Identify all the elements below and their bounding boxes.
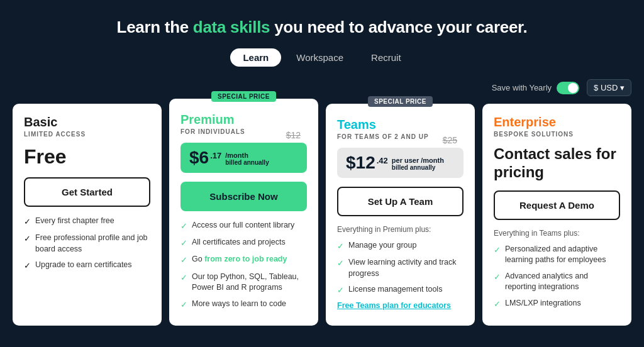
tab-recruit[interactable]: Recruit: [358, 48, 414, 67]
check-icon: ✓: [494, 272, 501, 283]
check-icon: ✓: [180, 238, 187, 249]
old-price-teams: $25: [443, 135, 457, 145]
feature-list-premium: ✓Access our full content library ✓All ce…: [180, 220, 307, 311]
check-icon: ✓: [24, 260, 31, 272]
plan-name-teams: Teams: [337, 118, 464, 132]
plan-name-premium: Premium: [180, 113, 307, 127]
set-up-team-button[interactable]: Set Up A Team: [337, 187, 464, 216]
plan-price-enterprise: Contact sales for pricing: [494, 145, 620, 182]
feature-list-basic: ✓Every first chapter free ✓Free professi…: [24, 216, 150, 272]
headline-highlight: data skills: [193, 18, 270, 36]
feature-item: ✓Free professional profile and job board…: [24, 233, 150, 255]
price-cents-teams: .42: [377, 156, 388, 165]
feature-list-teams: ✓Manage your group ✓View learning activi…: [337, 240, 464, 296]
yearly-toggle[interactable]: [557, 82, 579, 94]
check-icon: ✓: [337, 241, 344, 252]
plan-card-teams: SPECIAL PRICE Teams FOR TEAMS OF 2 AND U…: [326, 104, 475, 326]
price-detail-teams: per user /monthbilled annually: [392, 157, 444, 171]
plan-badge-teams: SPECIAL PRICE: [326, 96, 475, 107]
old-price-premium: $12: [286, 130, 301, 140]
plan-price-basic: Free: [24, 145, 150, 168]
price-cents-premium: .17: [210, 151, 221, 160]
feature-item: ✓Advanced analytics and reporting integr…: [494, 271, 620, 293]
price-billed-teams: billed annually: [392, 164, 444, 171]
top-controls: Save with Yearly $ USD ▾: [13, 79, 631, 96]
feature-item: ✓Go from zero to job ready: [180, 254, 307, 266]
feature-item: ✓License management tools: [337, 284, 464, 296]
feature-item: ✓Our top Python, SQL, Tableau, Power BI …: [180, 272, 307, 294]
feature-item: ✓View learning activity and track progre…: [337, 257, 464, 279]
headline-start: Learn the: [117, 18, 193, 36]
currency-dropdown[interactable]: $ USD ▾: [587, 79, 631, 96]
free-teams-educators-link[interactable]: Free Teams plan for educators: [337, 301, 464, 310]
feature-item: ✓Access our full content library: [180, 220, 307, 232]
price-dollar-teams: $12: [346, 154, 375, 172]
plan-name-enterprise: Enterprise: [494, 115, 620, 129]
tabs-row: Learn Workspace Recruit: [13, 48, 631, 67]
plan-subtitle-basic: LIMITED ACCESS: [24, 131, 150, 138]
feature-list-enterprise: ✓Personalized and adaptive learning path…: [494, 244, 620, 310]
headline: Learn the data skills you need to advanc…: [13, 18, 631, 37]
price-block-teams: $25 $12 .42 per user /monthbilled annual…: [337, 148, 464, 178]
check-icon: ✓: [24, 216, 31, 228]
feature-item: ✓All certificates and projects: [180, 237, 307, 249]
subscribe-now-button[interactable]: Subscribe Now: [180, 182, 307, 211]
badge-label-premium: SPECIAL PRICE: [211, 91, 276, 102]
plan-badge-premium: SPECIAL PRICE: [169, 91, 318, 102]
page-wrapper: Learn the data skills you need to advanc…: [0, 0, 644, 338]
get-started-button[interactable]: Get Started: [24, 177, 150, 207]
enterprise-features-header: Everything in Teams plus:: [494, 229, 620, 238]
plan-card-premium: SPECIAL PRICE Premium FOR INDIVIDUALS $1…: [169, 99, 318, 326]
tab-learn[interactable]: Learn: [230, 48, 281, 67]
check-icon: ✓: [337, 258, 344, 269]
feature-item: ✓Upgrade to earn certificates: [24, 260, 150, 272]
check-icon: ✓: [180, 299, 187, 311]
plan-name-basic: Basic: [24, 115, 150, 129]
check-icon: ✓: [180, 255, 187, 266]
headline-end: you need to advance your career.: [270, 18, 527, 36]
check-icon: ✓: [337, 285, 344, 296]
check-icon: ✓: [494, 299, 501, 310]
price-detail-premium: /monthbilled annually: [225, 151, 269, 166]
feature-item: ✓Every first chapter free: [24, 216, 150, 228]
badge-label-teams: SPECIAL PRICE: [368, 96, 433, 107]
plan-card-enterprise: Enterprise BESPOKE SOLUTIONS Contact sal…: [482, 104, 631, 326]
save-yearly-label: Save with Yearly: [492, 82, 579, 94]
check-icon: ✓: [494, 245, 501, 256]
request-demo-button[interactable]: Request A Demo: [494, 190, 620, 220]
teams-features-header: Everything in Premium plus:: [337, 225, 464, 234]
check-icon: ✓: [180, 221, 187, 232]
plan-subtitle-enterprise: BESPOKE SOLUTIONS: [494, 131, 620, 138]
check-icon: ✓: [24, 233, 31, 245]
feature-item: ✓Manage your group: [337, 240, 464, 252]
feature-item: ✓More ways to learn to code: [180, 299, 307, 311]
feature-item: ✓LMS/LXP integrations: [494, 298, 620, 310]
price-billed-premium: billed annually: [225, 159, 269, 166]
plans-grid: Basic LIMITED ACCESS Free Get Started ✓E…: [13, 104, 631, 326]
save-yearly-text: Save with Yearly: [492, 83, 552, 92]
feature-item: ✓Personalized and adaptive learning path…: [494, 244, 620, 266]
tab-workspace[interactable]: Workspace: [284, 48, 356, 67]
currency-label: $ USD: [594, 83, 618, 92]
check-icon: ✓: [180, 272, 187, 284]
plan-card-basic: Basic LIMITED ACCESS Free Get Started ✓E…: [13, 104, 162, 326]
price-dollar-premium: $6: [189, 149, 209, 167]
price-block-premium: $12 $6 .17 /monthbilled annually: [180, 143, 307, 173]
